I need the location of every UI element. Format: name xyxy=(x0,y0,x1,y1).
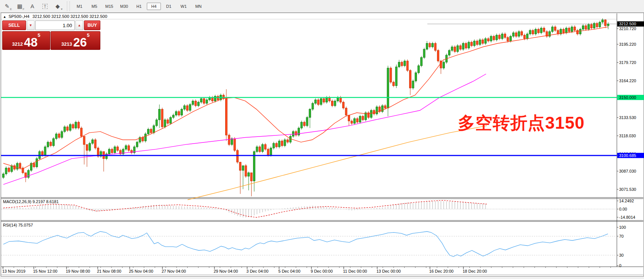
candle xyxy=(488,39,489,41)
candle xyxy=(14,166,16,169)
candle xyxy=(206,100,208,103)
collapse-arrow-icon[interactable]: ▲ xyxy=(3,15,6,19)
candle xyxy=(512,33,514,36)
macd-tick-label: -14.8014 xyxy=(619,215,635,219)
candle xyxy=(563,29,564,33)
candle xyxy=(566,28,567,33)
candle xyxy=(473,41,475,46)
sell-button[interactable]: SELL xyxy=(2,20,26,30)
sell-price-small: 3212 xyxy=(12,41,23,48)
candle xyxy=(287,140,289,142)
chart-annotation-text: 多空转折点3150 xyxy=(458,112,585,135)
volume-decrease-button[interactable]: ▼ xyxy=(27,20,35,30)
candle xyxy=(348,115,350,121)
candle xyxy=(482,40,484,43)
candle xyxy=(418,66,420,73)
candle xyxy=(429,44,431,47)
candle xyxy=(33,163,35,167)
candle xyxy=(228,135,230,144)
candle xyxy=(117,147,119,150)
candle xyxy=(568,28,570,31)
sell-price-sup: 5 xyxy=(38,32,40,38)
buy-price-box[interactable]: 3213 26 5 xyxy=(51,31,100,50)
candle xyxy=(50,142,52,145)
candle xyxy=(326,97,328,102)
candle xyxy=(524,35,525,38)
candle xyxy=(507,38,509,41)
candle xyxy=(81,128,82,136)
candle xyxy=(262,144,263,151)
candle xyxy=(362,116,364,120)
candle xyxy=(148,129,149,134)
price-tick-label: 3133.530 xyxy=(619,115,636,120)
macd-indicator-label: MACD(12,26,9) 9.2197 8.6181 xyxy=(3,199,59,204)
candle xyxy=(109,149,110,154)
candle xyxy=(518,32,520,36)
candle xyxy=(3,174,4,177)
candle xyxy=(78,122,80,128)
candle xyxy=(248,173,250,176)
candle xyxy=(370,110,372,118)
candle xyxy=(284,140,286,146)
candle xyxy=(239,162,241,170)
candle xyxy=(590,25,592,28)
candle xyxy=(571,27,573,32)
sell-price-box[interactable]: 3212 48 5 xyxy=(2,31,50,50)
candle xyxy=(125,146,127,149)
time-tick-label: 18 Dec 20:00 xyxy=(463,269,487,273)
time-tick-label: 27 Nov 04:00 xyxy=(162,269,186,273)
candle xyxy=(421,57,423,65)
candle xyxy=(178,112,180,115)
buy-price-small: 3213 xyxy=(61,41,72,48)
candle xyxy=(256,147,258,152)
candle xyxy=(64,127,66,132)
time-tick-label: 5 Dec 04:00 xyxy=(278,269,300,273)
candle xyxy=(462,44,464,49)
candle xyxy=(359,116,361,122)
candle xyxy=(354,119,356,124)
candle xyxy=(304,122,305,125)
one-click-trading-panel: SELL ▼ ▲ BUY 3212 48 5 3213 26 5 xyxy=(2,20,100,48)
buy-button[interactable]: BUY xyxy=(84,20,100,30)
candle xyxy=(170,118,172,124)
candle xyxy=(585,26,587,29)
candle xyxy=(200,99,202,102)
candle xyxy=(529,31,531,34)
volume-increase-button[interactable]: ▲ xyxy=(75,20,83,30)
candle xyxy=(309,109,311,118)
candle xyxy=(432,44,434,47)
volume-input[interactable] xyxy=(35,20,75,30)
candle xyxy=(457,46,459,52)
candle xyxy=(596,23,598,27)
candle xyxy=(337,97,339,101)
candle xyxy=(8,168,10,171)
candle xyxy=(270,148,272,155)
candle xyxy=(203,99,205,103)
candle xyxy=(390,68,392,82)
candle xyxy=(554,27,556,30)
candle xyxy=(543,28,545,31)
buy-price-big: 26 xyxy=(73,37,87,48)
candle xyxy=(301,122,302,128)
price-tick-label: 3164.220 xyxy=(619,78,636,83)
candle xyxy=(345,108,347,115)
candle xyxy=(61,132,63,138)
candle xyxy=(471,42,473,45)
candle xyxy=(259,147,261,152)
candle xyxy=(86,144,88,150)
candle xyxy=(273,143,275,148)
candle xyxy=(551,27,553,32)
time-tick-label: 3 Dec 04:00 xyxy=(246,269,268,273)
candle xyxy=(198,102,200,106)
candle xyxy=(588,25,590,29)
candle xyxy=(145,134,146,141)
candle xyxy=(501,34,503,39)
candle xyxy=(281,141,283,146)
candle xyxy=(549,32,551,36)
candle xyxy=(557,31,559,34)
candle xyxy=(312,103,314,109)
candle xyxy=(55,134,57,139)
candle xyxy=(449,51,450,55)
candle xyxy=(499,35,501,38)
candle xyxy=(237,150,239,162)
